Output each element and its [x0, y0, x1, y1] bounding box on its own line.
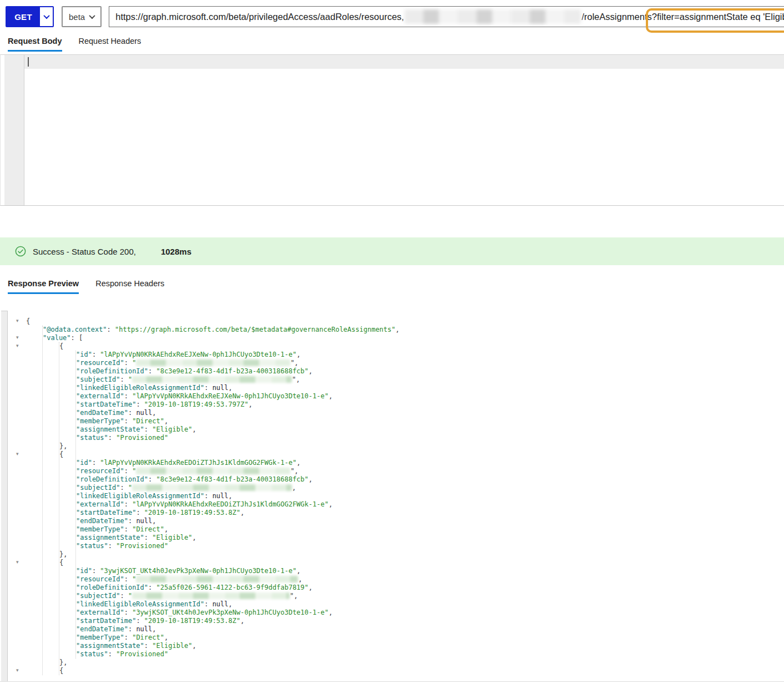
json-line: "subjectId": ",	[0, 484, 784, 492]
tab-request-body[interactable]: Request Body	[8, 37, 62, 52]
json-line: "endDateTime": null,	[0, 409, 784, 417]
json-line: "linkedEligibleRoleAssignmentId": null,	[0, 600, 784, 609]
request-body-editor[interactable]	[0, 54, 784, 206]
method-dropdown-segment[interactable]	[40, 7, 53, 26]
json-line: "startDateTime": "2019-10-18T19:49:53.79…	[0, 401, 784, 409]
json-line: ▾{	[0, 667, 784, 675]
redacted-value	[136, 576, 298, 582]
json-line: ▾"value": [	[0, 334, 784, 342]
json-line: "memberType": "Direct",	[0, 525, 784, 534]
status-duration: 1028ms	[161, 247, 191, 256]
json-line: "linkedEligibleRoleAssignmentId": null,	[0, 492, 784, 500]
json-line: "id": "lAPpYvVpN0KRkAEhdxReEJXeNw-0ph1Jh…	[0, 351, 784, 359]
request-url-input[interactable]: https://graph.microsoft.com/beta/privile…	[109, 6, 784, 27]
json-line: "status": "Provisioned"	[0, 650, 784, 658]
chevron-down-icon	[89, 13, 95, 19]
editor-gutter	[4, 55, 24, 205]
json-line: "id": "lAPpYvVpN0KRkAEhdxReEDOiZTJhJs1Kl…	[0, 459, 784, 467]
api-version-label: beta	[69, 12, 85, 22]
tab-request-headers[interactable]: Request Headers	[79, 37, 141, 52]
triangle-down-icon[interactable]: ▾	[16, 558, 19, 566]
json-line: "linkedEligibleRoleAssignmentId": null,	[0, 384, 784, 392]
triangle-down-icon[interactable]: ▾	[16, 317, 19, 325]
triangle-down-icon[interactable]: ▾	[16, 342, 19, 350]
json-tree: ▾{"@odata.context": "https://graph.micro…	[0, 317, 784, 675]
redacted-value	[132, 376, 292, 383]
json-line: ▾{	[0, 450, 784, 459]
status-message: Success - Status Code 200,	[33, 247, 136, 256]
tab-response-preview[interactable]: Response Preview	[8, 279, 79, 294]
json-line: "status": "Provisioned"	[0, 434, 784, 442]
redacted-value	[132, 592, 290, 599]
triangle-down-icon[interactable]: ▾	[16, 450, 19, 458]
redacted-value	[132, 484, 292, 491]
json-line: "startDateTime": "2019-10-18T19:49:53.8Z…	[0, 509, 784, 517]
redacted-url-segment	[404, 9, 581, 24]
url-prefix: https://graph.microsoft.com/beta/privile…	[115, 12, 404, 22]
json-line: "resourceId": ",	[0, 575, 784, 584]
url-suffix: /roleAssignments?filter=assignmentState …	[581, 12, 784, 22]
json-line: "externalId": "lAPpYvVpN0KRkAEhdxReEDOiZ…	[0, 500, 784, 509]
json-line: ▾{	[0, 317, 784, 326]
tab-response-headers[interactable]: Response Headers	[95, 279, 164, 294]
chevron-down-icon	[43, 13, 49, 19]
request-bar: GET beta https://graph.microsoft.com/bet…	[0, 0, 784, 27]
http-method-label: GET	[7, 7, 40, 26]
json-line: "assignmentState": "Eligible",	[0, 534, 784, 542]
json-line: "resourceId": "",	[0, 467, 784, 475]
json-line: "endDateTime": null,	[0, 625, 784, 634]
json-line: "subjectId": "",	[0, 592, 784, 600]
request-url-text: https://graph.microsoft.com/beta/privile…	[115, 7, 784, 27]
json-line: },	[0, 550, 784, 559]
json-line: "assignmentState": "Eligible",	[0, 642, 784, 650]
json-line: "startDateTime": "2019-10-18T19:49:53.8Z…	[0, 617, 784, 625]
redacted-value	[136, 359, 290, 366]
json-line: "roleDefinitionId": "8c3e9e12-4f83-4d1f-…	[0, 367, 784, 376]
json-line: "@odata.context": "https://graph.microso…	[0, 326, 784, 334]
success-check-icon	[15, 246, 26, 257]
json-line: "memberType": "Direct",	[0, 417, 784, 425]
http-method-select[interactable]: GET	[6, 6, 54, 27]
json-line: "status": "Provisioned"	[0, 542, 784, 550]
json-line: "id": "3ywjKSOT_UKt4h0JevPk3pXeNw-0ph1Jh…	[0, 567, 784, 575]
response-json-viewer[interactable]: ▾{"@odata.context": "https://graph.micro…	[0, 294, 784, 682]
json-line: "resourceId": "",	[0, 359, 784, 367]
text-cursor	[28, 57, 29, 67]
json-line: ▾{	[0, 342, 784, 351]
response-status-bar: Success - Status Code 200, 1028ms	[0, 237, 784, 265]
json-line: },	[0, 658, 784, 667]
json-line: "subjectId": "",	[0, 376, 784, 384]
redacted-value	[136, 468, 290, 474]
response-tabs: Response Preview Response Headers	[0, 279, 784, 294]
json-line: "roleDefinitionId": "8c3e9e12-4f83-4d1f-…	[0, 475, 784, 484]
json-line: "roleDefinitionId": "25a5f026-5961-4122-…	[0, 584, 784, 592]
triangle-down-icon[interactable]: ▾	[16, 333, 19, 342]
json-line: "endDateTime": null,	[0, 517, 784, 525]
json-line: },	[0, 442, 784, 450]
json-line: "externalId": "lAPpYvVpN0KRkAEhdxReEJXeN…	[0, 392, 784, 401]
triangle-down-icon[interactable]: ▾	[16, 666, 19, 675]
json-line: "memberType": "Direct",	[0, 634, 784, 642]
json-line: "assignmentState": "Eligible",	[0, 425, 784, 434]
editor-active-line	[4, 55, 784, 69]
api-version-select[interactable]: beta	[62, 6, 102, 27]
json-line: ▾{	[0, 559, 784, 567]
json-line: "externalId": "3ywjKSOT_UKt4h0JevPk3pXeN…	[0, 609, 784, 617]
request-tabs: Request Body Request Headers	[0, 37, 784, 52]
